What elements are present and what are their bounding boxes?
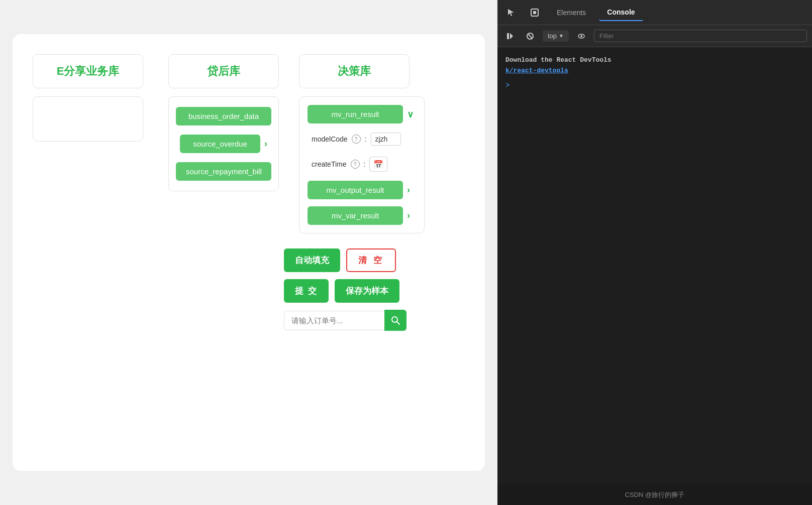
footer-text: CSDN @旅行的狮子 [625,490,685,499]
svg-marker-2 [508,9,514,16]
tag-source-repayment-bill[interactable]: source_repayment_bill [176,162,271,181]
field-row-createtime: createTime ? : 📅 [308,155,416,174]
order-search-input[interactable] [284,311,384,330]
footer-bar: CSDN @旅行的狮子 [497,485,812,505]
console-text-bold: Download the React DevTools [505,56,612,64]
chevron-right-overdue: › [264,139,267,149]
columns-wrapper: E分享业务库 贷后库 business_order_data source_ov… [28,49,470,233]
eye-icon [577,32,585,40]
tab-console[interactable]: Console [599,4,643,21]
app-container: E分享业务库 贷后库 business_order_data source_ov… [13,34,485,471]
mv-var-result-row: mv_var_result › [308,206,416,225]
tag-mv-run-result[interactable]: mv_run_result [308,105,403,123]
col1-e-share: E分享业务库 [28,54,148,142]
col1-title: E分享业务库 [33,54,143,88]
console-prompt[interactable]: > [505,81,804,89]
modelcode-colon: : [365,135,367,143]
col2-loan: 贷后库 business_order_data source_overdue ›… [163,54,284,191]
inspect-element-btn[interactable] [526,4,544,22]
tag-row-1: business_order_data [176,107,271,125]
createtime-calendar-btn[interactable]: 📅 [369,157,387,172]
chevron-right-var: › [407,210,410,221]
top-selector[interactable]: top ▼ [543,30,569,42]
action-area: 自动填充 清 空 提 交 保存为样本 [28,248,470,331]
tag-mv-output-result[interactable]: mv_output_result [308,181,403,199]
action-row2: 提 交 保存为样本 [284,279,470,303]
chevron-right-output: › [407,185,410,195]
modelcode-help-icon[interactable]: ? [352,135,361,144]
tag-business-order-data[interactable]: business_order_data [176,107,271,125]
save-sample-button[interactable]: 保存为样本 [335,279,399,303]
top-label: top [548,32,557,40]
svg-point-10 [580,35,582,37]
mv-output-result-row: mv_output_result › [308,181,416,199]
action-row1: 自动填充 清 空 [284,248,470,272]
col1-body [33,96,143,142]
search-row [284,310,470,331]
createtime-colon: : [364,160,366,168]
search-button[interactable] [384,310,407,331]
svg-rect-4 [533,11,536,14]
filter-input[interactable] [594,30,807,42]
search-icon [390,315,400,325]
createtime-label: createTime [312,160,347,168]
chevron-down-run: ∨ [407,109,414,120]
col3-body: mv_run_result ∨ modelCode ? : createTime… [299,96,425,233]
stop-icon [526,32,534,40]
stop-icon-btn[interactable] [523,29,538,44]
console-message-1: Download the React DevTools k/react-devt… [505,55,804,76]
col2-title: 贷后库 [168,54,279,88]
svg-line-1 [397,322,400,325]
submit-button[interactable]: 提 交 [284,279,329,303]
createtime-help-icon[interactable]: ? [351,160,360,169]
devtools-tabs-bar: Elements Console [497,0,812,25]
mv-run-result-row: mv_run_result ∨ [308,105,416,123]
eye-icon-btn[interactable] [574,29,589,44]
tag-mv-var-result[interactable]: mv_var_result [308,206,403,225]
col3-decision: 决策库 mv_run_result ∨ modelCode ? : [299,54,440,233]
svg-line-8 [528,34,532,38]
auto-fill-button[interactable]: 自动填充 [284,248,340,272]
cursor-tool-btn[interactable] [502,4,521,22]
tag-row-3: source_repayment_bill [176,162,271,181]
dropdown-arrow: ▼ [559,33,564,39]
svg-marker-6 [510,33,513,39]
console-link[interactable]: k/react-devtools [505,67,568,74]
box-inspect-icon [530,8,539,17]
field-row-modelcode: modelCode ? : [308,131,416,148]
main-area: E分享业务库 贷后库 business_order_data source_ov… [0,0,497,505]
tag-source-overdue[interactable]: source_overdue [180,135,260,153]
tag-row-2: source_overdue › [180,135,267,153]
clear-button[interactable]: 清 空 [346,248,396,272]
devtools-panel: Elements Console top ▼ [497,0,812,505]
svg-rect-5 [507,33,509,39]
devtools-content: Download the React DevTools k/react-devt… [497,47,812,485]
modelcode-input[interactable] [371,133,401,146]
play-icon [506,32,514,40]
col3-title: 决策库 [299,54,410,88]
modelcode-label: modelCode [312,135,348,143]
play-icon-btn[interactable] [502,29,518,44]
col2-body: business_order_data source_overdue › sou… [168,96,279,191]
tab-elements[interactable]: Elements [549,5,594,21]
cursor-icon [507,8,516,17]
devtools-toolbar: top ▼ [497,25,812,47]
